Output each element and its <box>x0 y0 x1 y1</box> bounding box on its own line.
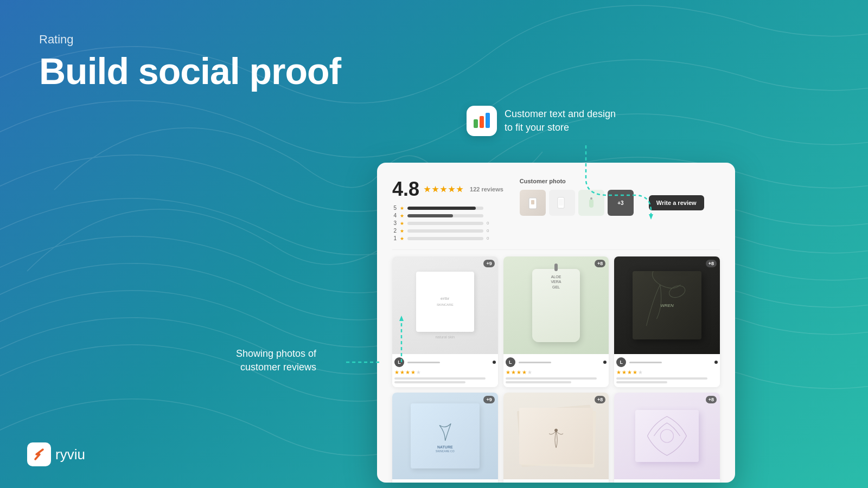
review-info-5: L ★★★★★ <box>503 479 609 483</box>
annotation-top-text: Customer text and design to fit your sto… <box>505 107 616 134</box>
svg-rect-6 <box>531 200 534 204</box>
star-2: ★ <box>432 185 439 194</box>
dot-2 <box>603 361 607 364</box>
badge-4: +9 <box>483 396 494 403</box>
avatar-1: L <box>394 357 404 367</box>
divider <box>392 249 720 250</box>
svg-rect-2 <box>486 113 490 128</box>
rating-score: 4.8 ★ ★ ★ ★ ★ 122 reviews <box>392 178 503 201</box>
review-card-2: ALOEVERAGEL +8 L ★★★★★ <box>503 256 609 387</box>
badge-5: +8 <box>595 396 605 403</box>
avatar-3: L <box>616 357 626 367</box>
review-info-1: L ★★★★★ <box>392 354 498 387</box>
review-lines-3 <box>616 377 718 383</box>
mini-stars-3: ★★★★★ <box>616 369 718 375</box>
review-count: 122 reviews <box>470 186 503 192</box>
review-info-6: L ★★★★★ <box>614 479 720 483</box>
thumb-more: +3 <box>608 190 634 216</box>
annotation-top: Customer text and design to fit your sto… <box>467 106 616 136</box>
svg-rect-9 <box>589 199 593 208</box>
review-card-3: WREN +8 L ★★★★★ <box>614 256 720 387</box>
app-icon <box>467 106 497 136</box>
bar-row-4: 4 ★ <box>392 213 503 219</box>
product-photo-3: WREN +8 <box>614 256 720 354</box>
rating-bars: 5 ★ 4 ★ 3 ★ 0 <box>392 205 503 241</box>
review-card-5: +8 L ★★★★★ <box>503 393 609 483</box>
svg-point-10 <box>590 197 592 200</box>
review-card-1: erttırSKINCARE natural skin +9 L <box>392 256 498 387</box>
dot-1 <box>493 361 496 364</box>
annotation-top-line1: Customer text and design <box>505 107 616 121</box>
brand-name: ryviu <box>55 446 85 463</box>
star-5: ★ <box>456 185 463 194</box>
dot-3 <box>714 361 718 364</box>
thumb-1 <box>520 190 546 216</box>
main-title: Build social proof <box>39 51 341 92</box>
annotation-top-line2: to fit your store <box>505 121 616 134</box>
photo-grid: erttırSKINCARE natural skin +9 L <box>392 256 720 483</box>
logo: ryviu <box>27 442 85 466</box>
product-photo-2: ALOEVERAGEL +8 <box>503 256 609 354</box>
review-info-2: L ★★★★★ <box>503 354 609 387</box>
bar-row-3: 3 ★ 0 <box>392 220 503 226</box>
bar-row-1: 1 ★ 0 <box>392 235 503 241</box>
product-photo-6: +8 <box>614 393 720 479</box>
review-card-6: +8 L ★★★★★ <box>614 393 720 483</box>
svg-point-13 <box>661 429 674 442</box>
svg-rect-8 <box>559 199 563 206</box>
ui-panel: 4.8 ★ ★ ★ ★ ★ 122 reviews 5 ★ <box>377 163 735 483</box>
star-4: ★ <box>448 185 455 194</box>
annotation-bottom: Showing photos of customer reviews <box>236 347 316 374</box>
badge-2: +8 <box>595 260 605 267</box>
category-label: Rating <box>39 33 341 47</box>
annotation-bottom-line1: Showing photos of <box>236 347 316 361</box>
review-info-4: L ★★★★★ <box>392 479 498 483</box>
svg-point-11 <box>668 284 687 299</box>
product-photo-1: erttırSKINCARE natural skin +9 <box>392 256 498 354</box>
thumb-2 <box>549 190 575 216</box>
customer-photo-label: Customer photo <box>520 178 566 184</box>
logo-icon <box>27 442 51 466</box>
photo-thumbs: +3 <box>520 190 634 216</box>
review-lines-2 <box>506 377 607 383</box>
review-info-3: L ★★★★★ <box>614 354 720 387</box>
svg-rect-1 <box>480 116 484 128</box>
product-photo-5: +8 <box>503 393 609 479</box>
rating-stars: ★ ★ ★ ★ ★ <box>424 185 463 194</box>
review-card-4: NATURESKINCARE CO +9 L ★★★★★ <box>392 393 498 483</box>
left-content: Rating Build social proof <box>39 33 341 92</box>
star-3: ★ <box>440 185 447 194</box>
write-review-button[interactable]: Write a review <box>649 195 704 210</box>
badge-6: +8 <box>706 396 717 403</box>
customer-photos-section: Customer photo <box>520 178 720 184</box>
bar-row-2: 2 ★ 0 <box>392 228 503 234</box>
review-lines-1 <box>394 377 496 383</box>
badge-3: +8 <box>706 260 717 267</box>
svg-point-12 <box>554 429 557 432</box>
annotation-bottom-line2: customer reviews <box>236 361 316 374</box>
star-1: ★ <box>424 185 431 194</box>
bar-row-5: 5 ★ <box>392 205 503 211</box>
mini-stars-1: ★★★★★ <box>394 369 496 375</box>
product-photo-4: NATURESKINCARE CO +9 <box>392 393 498 479</box>
badge-1: +9 <box>483 260 494 267</box>
mini-stars-2: ★★★★★ <box>506 369 607 375</box>
thumb-3 <box>578 190 604 216</box>
avatar-2: L <box>506 357 515 367</box>
svg-rect-0 <box>474 119 478 128</box>
